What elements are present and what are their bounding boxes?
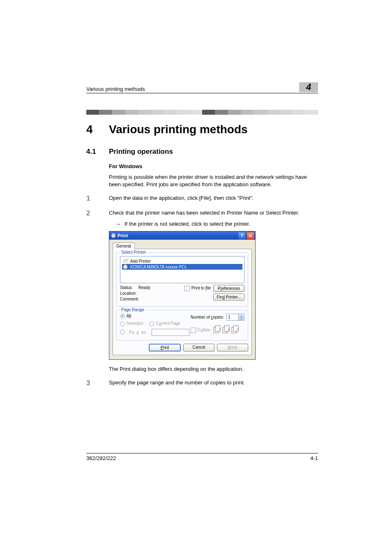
group-select-printer: Select Printer Add Printer (116, 252, 248, 307)
help-button[interactable]: ? (238, 232, 246, 239)
footer-right: 4-1 (310, 455, 318, 461)
printer-list[interactable]: Add Printer KONICA MINOLTA xxxxxx PCL (120, 256, 244, 283)
collate-checkbox: Collate (191, 328, 210, 333)
printer-icon (111, 233, 116, 238)
location-label: Location: (120, 291, 150, 296)
print-to-file-checkbox[interactable]: Print to file (184, 286, 211, 291)
section-number: 4.1 (86, 148, 109, 156)
dialog-titlebar: Print ? (109, 231, 255, 240)
svg-rect-3 (123, 260, 127, 262)
step-text-1: Open the data in the application, click … (109, 194, 318, 203)
svg-text:3: 3 (237, 328, 238, 331)
svg-rect-8 (124, 268, 127, 269)
printer-item-selected-label: KONICA MINOLTA xxxxxx PCL (130, 265, 187, 269)
spinner-down-icon[interactable]: ▼ (239, 317, 244, 320)
printer-item-add-label: Add Printer (130, 259, 151, 264)
copies-input[interactable] (227, 314, 238, 320)
dialog-title: Print (118, 233, 237, 238)
status-value: Ready (138, 285, 150, 290)
print-to-file-label: Print to file (191, 286, 211, 290)
chapter-number: 4 (86, 123, 109, 136)
step-text-2: Check that the printer name has been sel… (109, 209, 318, 217)
section-title: Printing operations (109, 148, 173, 156)
running-title: Various printing methods (86, 86, 145, 92)
num-copies-label: Number of copies: (191, 315, 224, 319)
radio-all[interactable]: All (120, 314, 189, 319)
preferences-button[interactable]: Preferences (213, 285, 244, 292)
intro-paragraph: Printing is possible when the printer dr… (109, 173, 318, 188)
printer-item-add[interactable]: Add Printer (122, 258, 242, 264)
collate-icon: 1 1 2 2 3 3 (213, 325, 242, 335)
page-range-legend: Page Range (120, 308, 145, 312)
footer-left: 362/282/222 (86, 455, 116, 461)
copies-spinner[interactable]: ▲▼ (226, 314, 244, 321)
printer-icon (123, 264, 129, 269)
step-number-1: 1 (86, 194, 109, 203)
add-printer-icon (123, 259, 129, 264)
print-dialog: Print ? General Select Printer (109, 231, 256, 360)
step-text-3: Specify the page range and the number of… (109, 379, 318, 387)
svg-rect-7 (124, 265, 127, 266)
radio-pages: Pages: (120, 329, 189, 336)
chapter-title: Various printing methods (109, 123, 248, 136)
svg-rect-2 (112, 236, 115, 238)
printer-item-selected[interactable]: KONICA MINOLTA xxxxxx PCL (122, 264, 242, 270)
tab-general[interactable]: General (113, 243, 135, 249)
radio-current-page: Current Page (149, 321, 180, 326)
apply-button: Apply (217, 344, 248, 352)
print-button[interactable]: Print (149, 344, 181, 352)
status-label: Status: (120, 285, 133, 290)
chapter-badge: 4 (299, 82, 318, 92)
spinner-up-icon[interactable]: ▲ (239, 314, 244, 317)
step-2-bullet: If the printer is not selected, click to… (125, 221, 250, 227)
svg-rect-4 (124, 259, 126, 260)
subheading-for-windows: For Windows (109, 163, 318, 169)
select-printer-legend: Select Printer (120, 250, 147, 254)
decorative-stripe (86, 110, 318, 115)
svg-text:2: 2 (228, 328, 229, 331)
radio-selection: Selection (120, 321, 143, 326)
step-number-2: 2 (86, 209, 109, 217)
svg-rect-1 (112, 234, 115, 235)
cancel-button[interactable]: Cancel (183, 344, 214, 352)
dialog-note: The Print dialog box differs depending o… (109, 365, 318, 373)
bullet-dash: – (117, 221, 125, 227)
close-button[interactable] (247, 232, 254, 239)
group-page-range: Page Range All Selection Current Page Pa… (116, 310, 248, 340)
find-printer-button[interactable]: Find Printer... (213, 294, 244, 301)
svg-point-5 (127, 259, 129, 261)
comment-label: Comment: (120, 296, 150, 302)
step-number-3: 3 (86, 379, 109, 387)
pages-input (152, 329, 189, 336)
svg-text:1: 1 (219, 328, 220, 331)
